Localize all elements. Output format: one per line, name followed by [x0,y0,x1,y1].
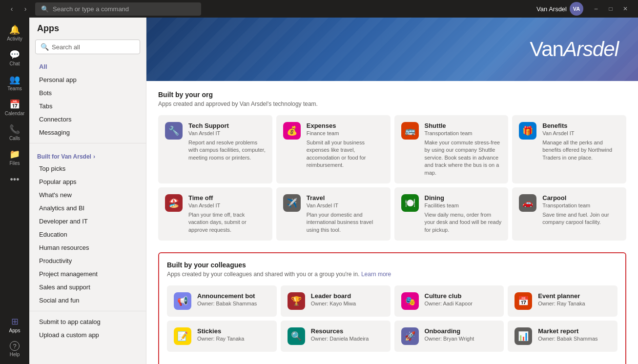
sidebar-item-connectors[interactable]: Connectors [31,113,144,126]
app-desc: Manage all the perks and benefits offere… [542,139,619,162]
sidebar-item-productivity[interactable]: Productivity [31,254,144,267]
app-owner: Transportation team [542,202,619,208]
sidebar-item-bots[interactable]: Bots [31,86,144,100]
sidebar-submit-catalog[interactable]: Submit to app catalog [31,315,144,328]
colleagues-app-card[interactable]: 📢 Announcement bot Owner: Babak Shammas [167,285,277,317]
sidebar-divider [29,143,146,143]
global-search-bar[interactable]: 🔍 [35,2,201,16]
sidebar-item-popular[interactable]: Popular apps [31,175,144,188]
maximize-button[interactable]: □ [604,2,617,16]
rail-item-calendar[interactable]: 📅 Calendar [3,96,26,119]
colleagues-app-card[interactable]: 📅 Event planner Owner: Ray Tanaka [508,285,617,317]
colleagues-app-card[interactable]: 🔍 Resources Owner: Daniela Madeira [281,321,391,352]
colleagues-grid: 📢 Announcement bot Owner: Babak Shammas … [167,285,617,352]
global-search-input[interactable] [53,5,195,13]
app-icon: 🍽️ [401,194,419,212]
files-icon: 📁 [9,149,20,160]
app-card[interactable]: 🚌 Shuttle Transportation team Make your … [394,115,509,183]
app-icon: 📊 [515,327,532,345]
app-info: Market report Owner: Babak Shammas [538,327,611,344]
app-name: Event planner [538,292,611,300]
app-card[interactable]: 🔧 Tech Support Van Arsdel IT Report and … [158,115,272,183]
sidebar-item-hr[interactable]: Human resources [31,241,144,254]
app-owner: Owner: Babak Shammas [197,301,270,306]
rail-label-chat: Chat [9,61,20,66]
app-card[interactable]: 💰 Expenses Finance team Submit all your … [276,115,391,183]
app-name: Onboarding [425,327,497,335]
app-info: Leader board Owner: Kayo Miwa [311,292,384,309]
sidebar-title: Apps [29,23,146,40]
app-icon: 🚗 [519,194,536,212]
rail-label-help: Help [10,352,20,357]
sidebar-item-top-picks[interactable]: Top picks [31,162,144,175]
rail-item-activity[interactable]: 🔔 Activity [3,21,26,44]
app-info: Time off Van Arsdel IT Plan your time of… [188,194,266,234]
app-card[interactable]: 🎁 Benefits Van Arsdel IT Manage all the … [512,115,626,183]
rail-item-calls[interactable]: 📞 Calls [3,121,26,144]
app-info: Event planner Owner: Ray Tanaka [538,292,611,309]
sidebar-item-whats-new[interactable]: What's new [31,188,144,202]
sidebar-item-developer[interactable]: Developer and IT [31,215,144,228]
nav-forward-button[interactable]: › [20,3,31,15]
sidebar-item-project-management[interactable]: Project management [31,267,144,281]
sidebar-search[interactable]: 🔍 [35,40,140,54]
banner-logo: VanArsdel [530,38,618,61]
colleagues-app-card[interactable]: 📊 Market report Owner: Babak Shammas [508,321,617,352]
sidebar-item-education[interactable]: Education [31,228,144,241]
app-name: Tech Support [188,122,266,129]
colleagues-app-card[interactable]: 🏆 Leader board Owner: Kayo Miwa [281,285,391,317]
app-desc: Save time and fuel. Join our company car… [542,211,619,226]
window-controls: – □ ✕ [589,2,632,16]
app-card[interactable]: 🚗 Carpool Transportation team Save time … [512,187,626,241]
app-icon: 🏆 [288,292,305,310]
teams-icon: 👥 [9,74,20,85]
sidebar-search-input[interactable] [52,43,135,51]
app-owner: Van Arsdel IT [307,202,384,208]
close-button[interactable]: ✕ [618,2,632,16]
app-info: Stickies Owner: Ray Tanaka [197,327,270,344]
sidebar-item-all[interactable]: All [31,60,144,73]
app-card[interactable]: 🏖️ Time off Van Arsdel IT Plan your time… [158,187,272,241]
app-icon: 🔧 [165,122,183,140]
sidebar-item-messaging[interactable]: Messaging [31,126,144,139]
nav-rail: 🔔 Activity 💬 Chat 👥 Teams 📅 Calendar 📞 C… [0,18,29,364]
app-name: Shuttle [425,122,502,129]
built-by-org-title: Built by your org [158,91,626,99]
app-name: Leader board [311,292,384,300]
app-owner: Owner: Ray Tanaka [538,301,611,306]
user-info[interactable]: Van Arsdel VA [536,2,583,16]
colleagues-app-card[interactable]: 🎭 Culture club Owner: Aadi Kapoor [394,285,504,317]
rail-item-files[interactable]: 📁 Files [3,146,26,169]
sidebar-item-analytics[interactable]: Analytics and BI [31,202,144,215]
colleagues-app-card[interactable]: 📝 Stickies Owner: Ray Tanaka [167,321,277,352]
sidebar-item-sales[interactable]: Sales and support [31,281,144,294]
app-name: Resources [311,327,384,335]
app-card[interactable]: ✈️ Travel Van Arsdel IT Plan your domest… [276,187,391,241]
app-icon: 🎁 [519,122,536,140]
app-owner: Van Arsdel IT [188,202,266,208]
rail-label-activity: Activity [7,36,22,41]
rail-item-help[interactable]: ? Help [3,338,26,360]
activity-icon: 🔔 [9,24,20,35]
rail-item-chat[interactable]: 💬 Chat [3,46,26,69]
app-name: Benefits [542,122,619,129]
app-name: Market report [538,327,611,335]
app-info: Carpool Transportation team Save time an… [542,194,619,226]
rail-item-apps[interactable]: ⊞ Apps [3,313,26,336]
learn-more-link[interactable]: Learn more [361,271,391,278]
app-card[interactable]: 🍽️ Dining Facilities team View daily men… [394,187,509,241]
app-owner: Van Arsdel IT [542,130,619,136]
sidebar-built-for-header[interactable]: Built for Van Arsdel › [29,147,146,162]
sidebar-item-social[interactable]: Social and fun [31,294,144,307]
chevron-right-icon: › [93,153,95,160]
colleagues-title: Built by your colleagues [167,261,617,269]
nav-back-button[interactable]: ‹ [6,3,18,15]
sidebar-item-tabs[interactable]: Tabs [31,100,144,113]
sidebar-upload-app[interactable]: Upload a custom app [31,328,144,342]
minimize-button[interactable]: – [589,2,603,16]
rail-item-teams[interactable]: 👥 Teams [3,71,26,94]
colleagues-app-card[interactable]: 🚀 Onboarding Owner: Bryan Wright [394,321,504,352]
more-button[interactable]: ••• [10,175,20,185]
sidebar-item-personal[interactable]: Personal app [31,73,144,86]
built-by-org-section: Built by your org Apps created and appro… [158,91,626,241]
